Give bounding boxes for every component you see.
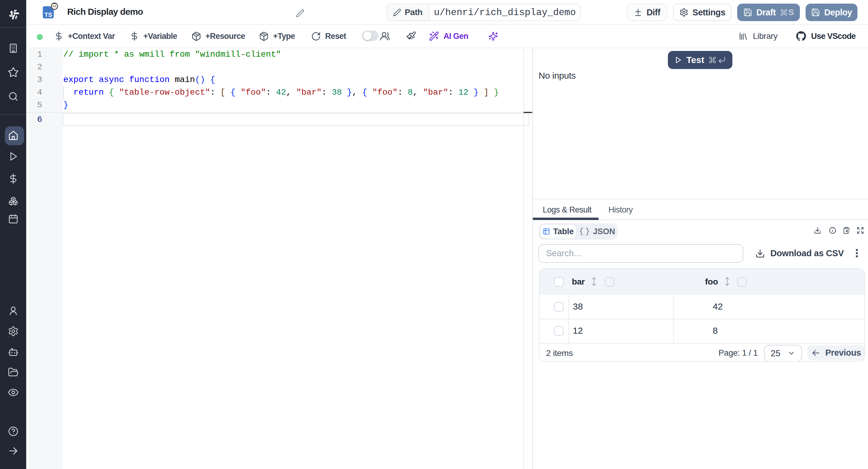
svg-text:TS: TS (44, 11, 52, 18)
